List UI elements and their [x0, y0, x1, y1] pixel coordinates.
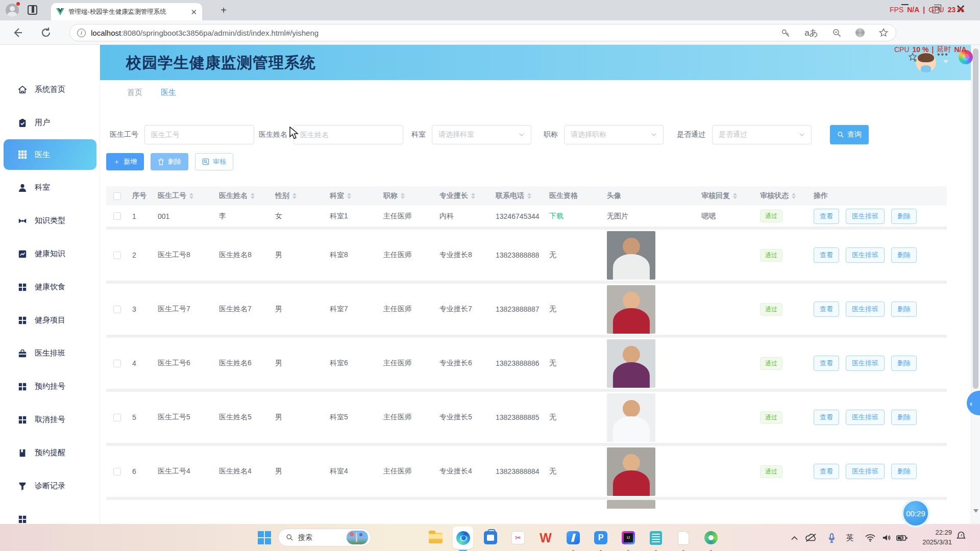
- row-delete-button[interactable]: 删除: [891, 302, 917, 317]
- department-select[interactable]: 请选择科室: [432, 125, 531, 144]
- view-button[interactable]: 查看: [814, 302, 839, 317]
- doctor-name-input[interactable]: [293, 125, 403, 144]
- sidebar-item-cancel-appointments[interactable]: 取消挂号: [0, 403, 100, 436]
- column-header[interactable]: 医生姓名: [214, 191, 271, 201]
- doctor-schedule-button[interactable]: 医生排班: [846, 247, 885, 263]
- window-minimize-button[interactable]: [901, 4, 909, 5]
- sidebar-item-appointment-reminders[interactable]: 预约提醒: [0, 436, 100, 469]
- sort-arrows-icon[interactable]: [189, 193, 193, 199]
- row-checkbox[interactable]: [113, 252, 121, 259]
- column-header[interactable]: 专业擅长: [435, 191, 491, 201]
- sidebar-item-diagnosis-records[interactable]: 诊断记录: [0, 469, 100, 503]
- breadcrumb-home[interactable]: 首页: [127, 88, 142, 97]
- sidebar-item-system-home[interactable]: 系统首页: [0, 73, 100, 106]
- avatar-dropdown-caret[interactable]: [943, 60, 948, 63]
- view-button[interactable]: 查看: [814, 209, 839, 224]
- tray-chevron-up-icon[interactable]: [788, 531, 801, 544]
- select-all-checkbox[interactable]: [113, 192, 121, 200]
- pass-select[interactable]: 是否通过: [712, 125, 812, 144]
- column-header[interactable]: 审核回复: [697, 191, 755, 201]
- favorite-star-icon[interactable]: [878, 28, 889, 38]
- taskbar-app-snip[interactable]: ✂: [508, 527, 528, 549]
- sort-arrows-icon[interactable]: [733, 193, 737, 199]
- row-checkbox[interactable]: [113, 360, 121, 367]
- tray-microphone-icon[interactable]: [825, 531, 838, 544]
- sidebar-item-doctor-schedule[interactable]: 医生排班: [0, 337, 100, 370]
- sidebar-item-doctors[interactable]: 医生: [4, 139, 96, 170]
- column-header[interactable]: 联系电话: [491, 191, 545, 201]
- refresh-icon[interactable]: [40, 27, 52, 39]
- sidebar-item-knowledge-types[interactable]: 知识类型: [0, 204, 100, 237]
- vertical-scrollbar[interactable]: [971, 45, 980, 524]
- column-header[interactable]: 职称: [379, 191, 435, 201]
- sidebar-item-departments[interactable]: 科室: [0, 171, 100, 204]
- taskbar-clock[interactable]: 22:29 2025/3/31: [915, 528, 952, 547]
- delete-button[interactable]: 删除: [151, 153, 188, 170]
- site-info-icon[interactable]: i: [77, 29, 86, 37]
- row-checkbox[interactable]: [113, 468, 121, 475]
- column-header[interactable]: 审核状态: [755, 191, 809, 201]
- tray-battery-icon[interactable]: [895, 531, 909, 544]
- qualification-download-link[interactable]: 下载: [549, 212, 564, 221]
- tray-wifi-icon[interactable]: [864, 531, 877, 544]
- row-delete-button[interactable]: 删除: [891, 356, 917, 371]
- sort-arrows-icon[interactable]: [401, 193, 405, 199]
- doctor-schedule-button[interactable]: 医生排班: [846, 410, 885, 425]
- new-tab-button[interactable]: +: [218, 5, 229, 15]
- tray-volume-icon[interactable]: [880, 531, 893, 544]
- taskbar-app-wps[interactable]: W: [535, 527, 556, 549]
- row-delete-button[interactable]: 删除: [891, 410, 917, 425]
- doctor-schedule-button[interactable]: 医生排班: [846, 302, 885, 317]
- taskbar-app-store[interactable]: [480, 527, 501, 549]
- row-delete-button[interactable]: 删除: [891, 209, 917, 224]
- tab-workspaces-icon[interactable]: [28, 5, 37, 15]
- column-header[interactable]: 科室: [325, 191, 379, 201]
- row-checkbox[interactable]: [113, 306, 121, 313]
- add-button[interactable]: ＋新增: [106, 153, 144, 170]
- taskbar-app-edge[interactable]: [453, 527, 473, 549]
- taskbar-app-blue-app[interactable]: [563, 527, 583, 549]
- row-checkbox[interactable]: [113, 212, 121, 220]
- sort-arrows-icon[interactable]: [292, 193, 297, 199]
- column-header[interactable]: 医生工号: [153, 191, 214, 201]
- title-select[interactable]: 请选择职称: [564, 125, 664, 144]
- sort-arrows-icon[interactable]: [347, 193, 351, 199]
- sidebar-item-clipped-item[interactable]: [0, 503, 100, 524]
- view-button[interactable]: 查看: [814, 410, 839, 425]
- doctor-schedule-button[interactable]: 医生排班: [846, 464, 885, 479]
- row-checkbox[interactable]: [113, 414, 121, 421]
- extension-swirl-icon[interactable]: [855, 28, 865, 37]
- breadcrumb-current[interactable]: 医生: [161, 88, 176, 97]
- column-header[interactable]: 性别: [271, 191, 325, 201]
- sidebar-item-appointments[interactable]: 预约挂号: [0, 370, 100, 403]
- sidebar-item-healthy-diet[interactable]: 健康饮食: [0, 270, 100, 304]
- password-key-icon[interactable]: [781, 28, 791, 38]
- taskbar-app-explorer[interactable]: [425, 527, 446, 549]
- taskbar-app-doc[interactable]: [673, 527, 694, 549]
- doctor-schedule-button[interactable]: 医生排班: [846, 356, 885, 371]
- back-icon[interactable]: [11, 27, 23, 39]
- recording-timer-bubble[interactable]: 00:29: [901, 499, 930, 528]
- view-button[interactable]: 查看: [814, 356, 839, 371]
- tray-cloud-offline-icon[interactable]: [804, 531, 818, 544]
- zoom-out-icon[interactable]: [832, 28, 842, 38]
- sort-arrows-icon[interactable]: [792, 193, 796, 199]
- tray-input-language[interactable]: 英: [843, 531, 856, 544]
- scrollbar-thumb[interactable]: [973, 48, 978, 389]
- review-button[interactable]: 审核: [195, 153, 233, 170]
- search-button[interactable]: 查询: [830, 125, 869, 144]
- scrollbar-down-arrow[interactable]: [973, 509, 978, 513]
- browser-profile-icon[interactable]: [6, 4, 19, 17]
- tray-notification-bell-icon[interactable]: z: [955, 531, 967, 544]
- view-button[interactable]: 查看: [814, 464, 839, 479]
- browser-tab[interactable]: 管理端-校园学生健康监测管理系统 ✕: [51, 3, 202, 20]
- sort-arrows-icon[interactable]: [251, 193, 255, 199]
- sort-arrows-icon[interactable]: [471, 193, 475, 199]
- sidebar-item-users[interactable]: 用户: [0, 106, 100, 139]
- address-bar[interactable]: i localhost:8080/springboot3c3856pa/admi…: [69, 24, 896, 41]
- taskbar-app-sync[interactable]: [701, 527, 721, 549]
- taskbar-app-notes[interactable]: [646, 527, 666, 549]
- user-avatar[interactable]: [916, 52, 936, 72]
- doctor-schedule-button[interactable]: 医生排班: [846, 209, 885, 224]
- row-delete-button[interactable]: 删除: [891, 464, 917, 479]
